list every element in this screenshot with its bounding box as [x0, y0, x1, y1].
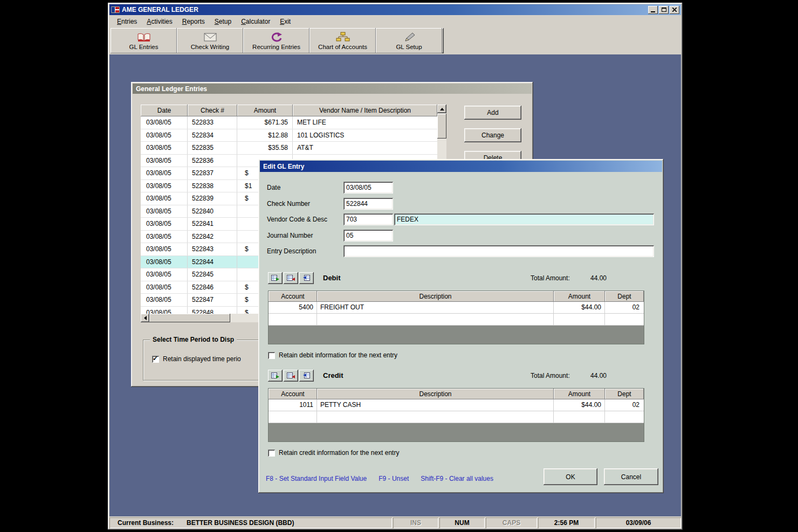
credit-row[interactable]: 1011 PETTY CASH $44.00 02: [269, 399, 644, 411]
toolbar-label: GL Entries: [129, 44, 159, 50]
gl-cell-date: 03/08/05: [141, 268, 188, 281]
minimize-button[interactable]: [648, 6, 658, 14]
gl-cell-vendor: 101 LOGISTICS: [293, 129, 437, 142]
debit-col-description[interactable]: Description: [317, 291, 554, 302]
gl-entries-title: General Ledger Entries: [136, 85, 207, 93]
gl-cell-check: 522841: [188, 218, 237, 230]
retain-credit-checkbox[interactable]: [268, 450, 275, 457]
maximize-icon: [662, 8, 666, 12]
cancel-button[interactable]: Cancel: [604, 468, 658, 485]
menu-setup[interactable]: Setup: [210, 16, 236, 27]
menu-reports[interactable]: Reports: [177, 16, 210, 27]
gl-cell-date: 03/08/05: [141, 231, 188, 243]
gl-cell-amount: $12.88: [237, 129, 293, 142]
close-button[interactable]: [670, 6, 679, 14]
column-header-vendor[interactable]: Vendor Name / Item Description: [293, 105, 437, 116]
debit-col-dept[interactable]: Dept: [605, 291, 644, 302]
debit-add-row-button[interactable]: [268, 272, 283, 284]
debit-cell-account: 5400: [269, 302, 317, 313]
debit-cell-account: [269, 314, 317, 325]
menubar: Entries Activities Reports Setup Calcula…: [109, 15, 681, 27]
pencil-icon: [402, 32, 416, 43]
toolbar-recurring-entries-button[interactable]: Recurring Entries: [243, 28, 309, 53]
toolbar-gl-entries-button[interactable]: GL Entries: [111, 28, 177, 53]
toolbar-gl-setup-button[interactable]: GL Setup: [376, 28, 442, 53]
journal-number-input[interactable]: [343, 230, 393, 241]
debit-copy-row-button[interactable]: [299, 272, 314, 284]
credit-total-value: 44.00: [590, 372, 607, 379]
credit-empty-row[interactable]: [269, 411, 644, 423]
vertical-scroll-thumb[interactable]: [437, 114, 446, 139]
change-button[interactable]: Change: [464, 128, 521, 142]
credit-table-filler: [269, 423, 644, 441]
scroll-left-icon: [144, 316, 147, 320]
debit-cell-description: [317, 314, 554, 325]
gl-entries-titlebar[interactable]: General Ledger Entries: [133, 84, 532, 94]
menu-entries[interactable]: Entries: [112, 16, 142, 27]
entry-description-input[interactable]: [343, 245, 654, 257]
menu-exit[interactable]: Exit: [275, 16, 295, 27]
menu-calculator[interactable]: Calculator: [236, 16, 275, 27]
debit-delete-row-button[interactable]: [284, 272, 298, 284]
status-time: 2:56 PM: [538, 517, 595, 528]
credit-col-account[interactable]: Account: [269, 389, 317, 399]
credit-table: Account Description Amount Dept 1011 PET…: [268, 388, 644, 442]
gl-cell-date: 03/08/05: [141, 218, 188, 230]
retain-time-period-checkbox[interactable]: [152, 356, 159, 363]
current-business-label: Current Business:: [118, 519, 174, 527]
debit-table-filler: [269, 326, 644, 344]
ok-button[interactable]: OK: [544, 468, 597, 485]
debit-row[interactable]: 5400 FREIGHT OUT $44.00 02: [269, 302, 644, 314]
delete-row-icon: [287, 275, 295, 282]
retain-debit-checkbox[interactable]: [268, 352, 275, 359]
credit-col-description[interactable]: Description: [317, 389, 554, 399]
menu-activities[interactable]: Activities: [142, 16, 177, 27]
column-header-check[interactable]: Check #: [188, 105, 237, 116]
gl-cell-date: 03/08/05: [141, 167, 188, 179]
delete-row-icon: [287, 372, 295, 379]
app-titlebar[interactable]: AME GENERAL LEDGER: [109, 4, 681, 15]
credit-cell-account: 1011: [269, 399, 317, 411]
date-input[interactable]: [343, 182, 393, 194]
debit-col-amount[interactable]: Amount: [554, 291, 605, 302]
add-button[interactable]: Add: [464, 106, 521, 120]
toolbar: GL Entries Check Writing Recurring Entri…: [111, 28, 444, 53]
close-icon: [672, 8, 677, 12]
column-header-amount[interactable]: Amount: [237, 105, 293, 116]
credit-cell-account: [269, 411, 317, 423]
copy-row-icon: [302, 275, 311, 282]
credit-cell-description: PETTY CASH: [317, 399, 554, 411]
vendor-description-input[interactable]: [394, 213, 654, 225]
gl-entry-row[interactable]: 03/08/05522834$12.88101 LOGISTICS: [141, 129, 437, 142]
debit-col-account[interactable]: Account: [269, 291, 317, 302]
column-header-date[interactable]: Date: [141, 105, 188, 116]
credit-delete-row-button[interactable]: [284, 370, 298, 382]
horizontal-scroll-thumb[interactable]: [149, 314, 230, 322]
edit-dialog-titlebar[interactable]: Edit GL Entry: [260, 161, 662, 172]
credit-table-header: Account Description Amount Dept: [269, 389, 644, 399]
credit-add-row-button[interactable]: [268, 370, 283, 382]
credit-col-dept[interactable]: Dept: [605, 389, 644, 399]
gl-entry-row[interactable]: 03/08/05522835$35.58AT&T: [141, 142, 437, 155]
credit-copy-row-button[interactable]: [299, 370, 314, 382]
function-key-hints: F8 - Set Standard Input Field Value F9 -…: [266, 475, 493, 482]
minimize-icon: [651, 11, 655, 12]
check-number-input[interactable]: [343, 198, 393, 210]
desktop-background: AME GENERAL LEDGER Entries Activities Re…: [0, 0, 798, 532]
scroll-left-button[interactable]: [141, 314, 149, 322]
credit-col-amount[interactable]: Amount: [554, 389, 605, 399]
toolbar-check-writing-button[interactable]: Check Writing: [177, 28, 243, 53]
maximize-button[interactable]: [659, 6, 669, 14]
vendor-code-input[interactable]: [343, 213, 393, 225]
gl-entry-row[interactable]: 03/08/05522833$671.35MET LIFE: [141, 116, 437, 129]
scroll-up-button[interactable]: [437, 105, 446, 113]
gl-cell-date: 03/08/05: [141, 116, 188, 129]
debit-empty-row[interactable]: [269, 314, 644, 326]
credit-section-label: Credit: [323, 371, 343, 379]
window-controls: [648, 6, 679, 14]
recurring-arrow-icon: [270, 32, 284, 43]
app-logo-icon: [111, 6, 120, 13]
credit-total-label: Total Amount:: [531, 372, 570, 379]
toolbar-chart-of-accounts-button[interactable]: Chart of Accounts: [309, 28, 376, 53]
retain-debit-label: Retain debit information for the next en…: [279, 351, 397, 359]
